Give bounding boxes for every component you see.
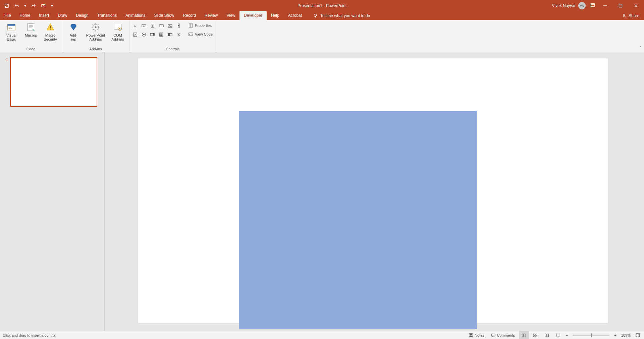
- tab-help[interactable]: Help: [267, 11, 284, 20]
- visual-basic-button[interactable]: Visual Basic: [3, 21, 20, 41]
- tab-animations[interactable]: Animations: [121, 11, 150, 20]
- slideshow-view-button[interactable]: [553, 331, 563, 339]
- svg-rect-40: [536, 334, 537, 335]
- textbox-control-icon[interactable]: ab: [141, 23, 147, 29]
- tab-slide-show[interactable]: Slide Show: [150, 11, 178, 20]
- undo-dropdown[interactable]: ▾: [23, 2, 27, 9]
- tab-file[interactable]: File: [0, 11, 15, 20]
- slide-editor[interactable]: [105, 52, 644, 331]
- fit-to-window-button[interactable]: [634, 331, 641, 339]
- svg-rect-35: [189, 24, 193, 28]
- svg-point-6: [314, 14, 317, 16]
- toggle-button-control-icon[interactable]: [167, 32, 173, 38]
- close-button[interactable]: [631, 0, 641, 11]
- blue-rectangle-shape[interactable]: [239, 111, 477, 329]
- checkbox-control-icon[interactable]: [132, 32, 138, 38]
- more-controls-icon[interactable]: [176, 32, 182, 38]
- tab-draw[interactable]: Draw: [53, 11, 71, 20]
- comments-label: Comments: [497, 333, 515, 337]
- svg-rect-5: [619, 4, 622, 7]
- svg-rect-33: [168, 34, 170, 36]
- macros-icon: [26, 22, 36, 32]
- svg-rect-43: [556, 334, 560, 336]
- properties-label: Properties: [195, 23, 212, 28]
- comments-button[interactable]: Comments: [488, 331, 518, 339]
- save-icon[interactable]: [3, 2, 10, 9]
- svg-rect-41: [534, 335, 535, 337]
- control-gallery: A ab: [132, 21, 182, 38]
- notes-icon: [469, 333, 473, 338]
- view-code-button[interactable]: View Code: [188, 32, 213, 37]
- collapse-ribbon-icon[interactable]: ˄: [639, 45, 641, 51]
- user-name: Vivek Nayyar: [552, 3, 576, 8]
- macro-security-button[interactable]: Macro Security: [42, 21, 59, 41]
- tab-record[interactable]: Record: [178, 11, 200, 20]
- slide-number: 1: [3, 57, 8, 331]
- share-button[interactable]: Share: [622, 11, 639, 20]
- zoom-out-button[interactable]: −: [565, 331, 569, 339]
- group-controls-label: Controls: [166, 46, 180, 52]
- minimize-button[interactable]: [600, 0, 610, 11]
- com-addins-label: COM Add-ins: [111, 33, 124, 41]
- addins-button[interactable]: Add- ins: [65, 21, 82, 41]
- status-bar: Click and drag to insert a control. Note…: [0, 331, 644, 339]
- tab-developer[interactable]: Developer: [239, 11, 267, 20]
- user-account[interactable]: Vivek Nayyar VN: [552, 2, 586, 9]
- macro-security-label: Macro Security: [44, 33, 57, 41]
- reading-view-icon: [544, 333, 549, 338]
- lightbulb-icon: [313, 13, 318, 18]
- tell-me-search[interactable]: Tell me what you want to do: [313, 11, 370, 20]
- group-addins: Add- ins PowerPoint Add-ins COM Add-ins …: [62, 20, 129, 52]
- label-control-icon[interactable]: A: [132, 23, 138, 29]
- avatar: VN: [578, 2, 586, 9]
- svg-rect-37: [469, 333, 473, 336]
- tab-design[interactable]: Design: [71, 11, 93, 20]
- title-bar: ▾ ▾ Presentation1 - PowerPoint Vivek Nay…: [0, 0, 644, 11]
- slide-sorter-view-button[interactable]: [530, 331, 540, 339]
- tab-review[interactable]: Review: [200, 11, 222, 20]
- svg-point-17: [119, 28, 120, 30]
- view-code-label: View Code: [195, 32, 213, 36]
- zoom-level[interactable]: 109%: [619, 333, 633, 337]
- slide-thumbnail-1[interactable]: [10, 57, 97, 107]
- combobox-control-icon[interactable]: [150, 32, 156, 38]
- customize-qat[interactable]: ▾: [50, 2, 54, 9]
- tab-home[interactable]: Home: [15, 11, 35, 20]
- properties-button[interactable]: Properties: [188, 23, 213, 28]
- reading-view-button[interactable]: [542, 331, 552, 339]
- zoom-slider[interactable]: [573, 335, 609, 336]
- group-code: Visual Basic Macros Macro Security Code: [0, 20, 62, 52]
- image-control-icon[interactable]: [167, 23, 173, 29]
- powerpoint-addins-button[interactable]: PowerPoint Add-ins: [84, 21, 107, 41]
- properties-icon: [189, 23, 193, 28]
- option-button-control-icon[interactable]: [141, 32, 147, 38]
- normal-view-icon: [522, 333, 526, 338]
- slide-canvas[interactable]: [138, 58, 608, 323]
- tab-transitions[interactable]: Transitions: [93, 11, 121, 20]
- ribbon: Visual Basic Macros Macro Security Code …: [0, 20, 644, 52]
- view-code-icon: [189, 32, 193, 37]
- svg-rect-26: [178, 25, 179, 26]
- normal-view-button[interactable]: [519, 331, 529, 339]
- tab-acrobat[interactable]: Acrobat: [284, 11, 306, 20]
- redo-icon[interactable]: [30, 2, 37, 9]
- macros-button[interactable]: Macros: [22, 21, 40, 37]
- start-from-beginning-icon[interactable]: [40, 2, 47, 9]
- com-addins-button[interactable]: COM Add-ins: [109, 21, 126, 41]
- tab-view[interactable]: View: [222, 11, 239, 20]
- listbox-control-icon[interactable]: [158, 32, 164, 38]
- tab-insert[interactable]: Insert: [35, 11, 53, 20]
- powerpoint-addins-icon: [91, 22, 101, 32]
- spin-control-icon[interactable]: [150, 23, 156, 29]
- zoom-in-button[interactable]: +: [613, 331, 618, 339]
- ribbon-display-options-icon[interactable]: [590, 3, 595, 8]
- undo-icon[interactable]: [13, 2, 20, 9]
- share-label: Share: [629, 13, 639, 18]
- maximize-button[interactable]: [615, 0, 626, 11]
- slide-thumbnail-panel[interactable]: 1: [0, 52, 105, 331]
- scrollbar-control-icon[interactable]: [176, 23, 182, 29]
- command-button-control-icon[interactable]: [158, 23, 164, 29]
- notes-button[interactable]: Notes: [466, 331, 487, 339]
- status-message: Click and drag to insert a control.: [0, 333, 57, 337]
- fit-icon: [635, 333, 640, 338]
